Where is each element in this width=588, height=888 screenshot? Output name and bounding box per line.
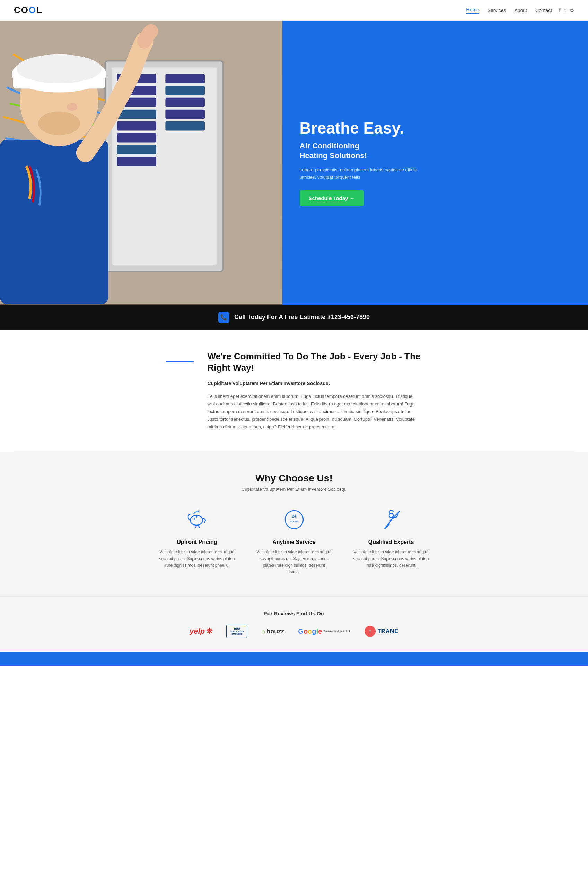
footer xyxy=(0,652,588,666)
google-reviews-text: Reviews ★★★★★ xyxy=(323,629,351,633)
wrench-hand-icon xyxy=(377,506,405,533)
svg-rect-14 xyxy=(165,110,205,119)
review-logos-container: yelp ❊ BBB ACCREDITEDBUSINESS ⌂ houzz Go… xyxy=(14,625,574,638)
hero-headline: Breathe Easy. xyxy=(300,119,571,137)
hero-body: Labore perspiciatis, nullam placeat labo… xyxy=(300,167,431,181)
svg-point-28 xyxy=(389,513,393,518)
svg-rect-7 xyxy=(117,121,156,131)
nav-social: f t ✿ xyxy=(559,8,574,13)
why-choose-section: Why Choose Us! Cupiditate Voluptatem Per… xyxy=(0,452,588,596)
houzz-logo[interactable]: ⌂ houzz xyxy=(261,628,284,635)
yelp-text: yelp xyxy=(189,627,205,636)
hero-subheadline: Air ConditioningHeating Solutions! xyxy=(300,141,571,161)
svg-point-24 xyxy=(194,518,195,519)
trane-logo[interactable]: T TRANE xyxy=(364,626,399,637)
houzz-icon: ⌂ xyxy=(261,628,265,635)
svg-rect-12 xyxy=(165,86,205,95)
nav-link-contact[interactable]: Contact xyxy=(536,8,552,13)
svg-text:HOURS: HOURS xyxy=(290,520,298,523)
google-text: Google xyxy=(298,628,322,635)
svg-rect-6 xyxy=(117,110,156,119)
bbb-logo[interactable]: BBB ACCREDITEDBUSINESS xyxy=(226,625,248,638)
yelp-icon[interactable]: ✿ xyxy=(570,8,574,13)
feature-qualified-experts: Qualified Experts Vulputate lacinia vita… xyxy=(353,506,429,575)
twitter-icon[interactable]: t xyxy=(564,8,566,13)
svg-rect-8 xyxy=(117,133,156,143)
feature-anytime-body: Vulputate lacinia vitae interdum similiq… xyxy=(256,549,332,575)
features-grid: Upfront Pricing Vulputate lacinia vitae … xyxy=(14,506,574,575)
houzz-text: houzz xyxy=(267,628,284,635)
why-choose-heading: Why Choose Us! xyxy=(14,473,574,484)
why-choose-subtitle: Cupiditate Voluptatem Per Etiam Inventor… xyxy=(14,487,574,492)
commitment-section: We're Committed To Do The Job - Every Jo… xyxy=(138,330,450,452)
commitment-text: We're Committed To Do The Job - Every Jo… xyxy=(207,351,422,431)
hero-image xyxy=(0,21,282,305)
site-logo[interactable]: COOL xyxy=(14,5,43,16)
svg-point-20 xyxy=(16,54,102,83)
svg-text:24: 24 xyxy=(292,515,296,518)
nav-link-home[interactable]: Home xyxy=(466,7,479,14)
trane-text: TRANE xyxy=(378,628,399,634)
google-logo[interactable]: Google Reviews ★★★★★ xyxy=(298,628,350,635)
logo-accent: O xyxy=(29,5,36,15)
phone-icon: 📞 xyxy=(218,312,230,323)
hero-content: Breathe Easy. Air ConditioningHeating So… xyxy=(282,21,588,305)
commitment-subtitle: Cupiditate Voluptatem Per Etiam Inventor… xyxy=(207,379,422,388)
call-bar: 📞 Call Today For A Free Estimate +123-45… xyxy=(0,305,588,330)
schedule-button[interactable]: Schedule Today → xyxy=(300,190,364,206)
feature-upfront-body: Vulputate lacinia vitae interdum similiq… xyxy=(159,549,235,569)
piggy-bank-icon xyxy=(183,506,211,533)
reviews-section: For Reviews Find Us On yelp ❊ BBB ACCRED… xyxy=(0,596,588,652)
svg-point-22 xyxy=(38,112,80,135)
feature-upfront-pricing: Upfront Pricing Vulputate lacinia vitae … xyxy=(159,506,235,575)
feature-experts-title: Qualified Experts xyxy=(353,539,429,545)
yelp-flower-icon: ❊ xyxy=(206,627,212,636)
feature-upfront-title: Upfront Pricing xyxy=(159,539,235,545)
svg-rect-10 xyxy=(117,157,156,166)
commitment-body: Felis libero eget exercitationem enim la… xyxy=(207,393,422,431)
svg-rect-11 xyxy=(165,74,205,84)
feature-anytime-title: Anytime Service xyxy=(256,539,332,545)
svg-rect-15 xyxy=(165,121,205,131)
feature-anytime-service: 24 HOURS Anytime Service Vulputate lacin… xyxy=(256,506,332,575)
svg-point-21 xyxy=(67,103,77,111)
yelp-logo[interactable]: yelp ❊ xyxy=(189,627,212,636)
reviews-heading: For Reviews Find Us On xyxy=(14,611,574,616)
clock-24-icon: 24 HOURS xyxy=(280,506,308,533)
svg-point-25 xyxy=(285,510,303,529)
feature-experts-body: Vulputate lacinia vitae interdum similiq… xyxy=(353,549,429,569)
svg-rect-13 xyxy=(165,98,205,107)
commitment-heading: We're Committed To Do The Job - Every Jo… xyxy=(207,351,422,374)
nav-link-services[interactable]: Services xyxy=(488,8,506,13)
accent-line xyxy=(166,361,194,362)
svg-rect-9 xyxy=(117,145,156,154)
trane-circle-icon: T xyxy=(364,626,376,637)
call-bar-text[interactable]: Call Today For A Free Estimate +123-456-… xyxy=(234,313,370,321)
nav-links: Home Services About Contact xyxy=(466,7,552,14)
hero-section: Breathe Easy. Air ConditioningHeating So… xyxy=(0,21,588,305)
nav-link-about[interactable]: About xyxy=(514,8,527,13)
facebook-icon[interactable]: f xyxy=(559,8,560,13)
svg-rect-16 xyxy=(0,140,108,304)
navbar: COOL Home Services About Contact f t ✿ xyxy=(0,0,588,21)
